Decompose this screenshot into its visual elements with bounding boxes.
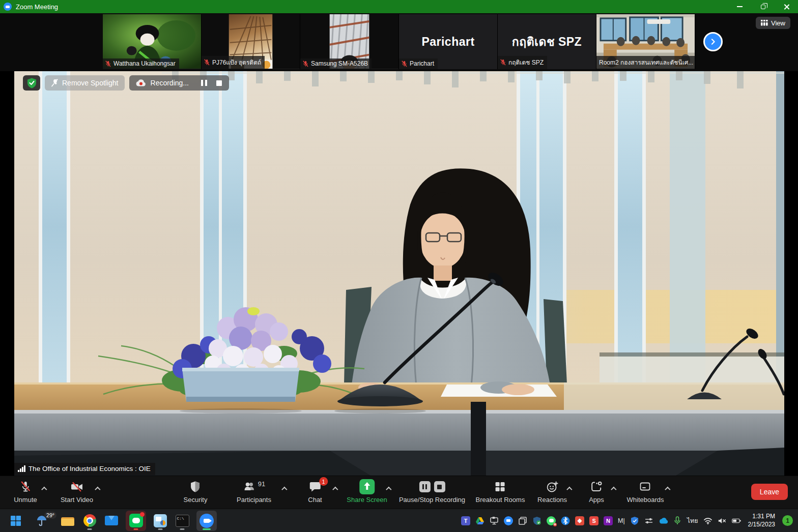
breakout-rooms-button[interactable]: Breakout Rooms [476, 480, 525, 504]
notification-dot [140, 512, 145, 517]
unmute-options-chevron[interactable] [41, 487, 46, 492]
chevron-right-icon [708, 37, 718, 47]
share-options-chevron[interactable] [385, 487, 390, 492]
participant-tile-kritidech[interactable]: กฤติเดช SPZ กฤติเดช SPZ [498, 14, 596, 69]
security-shield-icon [189, 480, 202, 493]
settings-sliders-tray-icon[interactable] [644, 516, 653, 525]
participant-name-label: กฤติเดช SPZ [498, 56, 547, 69]
reactions-options-chevron[interactable] [566, 487, 571, 492]
remote-display-tray-icon[interactable] [490, 516, 499, 525]
breakout-rooms-icon [494, 480, 507, 493]
participant-name-label: Parichart [399, 58, 438, 69]
snipping-app-icon[interactable] [153, 511, 168, 531]
weather-widget[interactable]: 29° [30, 511, 53, 531]
wifi-icon[interactable] [703, 516, 712, 525]
whiteboards-button[interactable]: Whiteboards [627, 480, 664, 504]
defender-tray-icon[interactable] [532, 516, 542, 525]
stacked-windows-tray-icon[interactable] [518, 516, 527, 525]
pause-recording-icon[interactable] [419, 481, 431, 492]
snagit-tray-icon[interactable]: S [589, 516, 598, 525]
muted-mic-icon [303, 61, 308, 67]
grid-view-icon [761, 20, 768, 26]
participant-tile-pj76[interactable]: PJ76แป้ง อุตรดิตถ์ [202, 14, 300, 69]
onedrive-tray-icon[interactable] [659, 516, 668, 525]
participants-options-chevron[interactable] [281, 487, 286, 492]
stop-recording-icon[interactable] [214, 78, 224, 88]
remove-spotlight-button[interactable]: Remove Spotlight [45, 75, 125, 91]
whiteboard-icon [639, 480, 652, 493]
terminal-icon[interactable]: C:\ [175, 511, 190, 531]
encryption-badge[interactable] [23, 75, 40, 91]
participant-tile-watthana[interactable]: Watthana Ukaihongsar [103, 14, 202, 69]
messenger-tray-icon[interactable]: M [547, 516, 556, 525]
share-screen-button[interactable]: Share Screen [347, 480, 387, 504]
shield-check-icon [27, 78, 37, 88]
restore-button[interactable] [751, 0, 775, 13]
red-app-tray-icon[interactable]: ◆ [575, 516, 584, 525]
volume-muted-icon[interactable] [718, 516, 727, 525]
window-title: Zoom Meeting [16, 3, 58, 11]
google-drive-tray-icon[interactable] [475, 516, 484, 525]
reactions-button[interactable]: Reactions [537, 480, 567, 504]
video-off-icon [70, 480, 84, 493]
date-label: 2/15/2023 [748, 521, 775, 529]
participant-name-label: Room2 กองสารสนเทศและดัชนีเศ... [596, 56, 695, 69]
video-options-chevron[interactable] [94, 487, 99, 492]
participants-icon [243, 480, 256, 493]
close-icon [783, 4, 790, 10]
pause-stop-recording-button[interactable]: Pause/Stop Recording [399, 480, 465, 504]
apps-button[interactable]: Apps [589, 480, 604, 504]
shield-tray-icon[interactable] [630, 516, 639, 525]
right-hand [502, 384, 534, 395]
zoom-tray-icon[interactable] [504, 516, 513, 525]
zoom-app-icon[interactable] [196, 511, 217, 531]
line-app-icon[interactable] [126, 511, 146, 531]
active-speaker-label: The Office of Industrial Economics : OIE [14, 463, 155, 475]
start-button[interactable] [8, 511, 23, 531]
gallery-strip: Watthana Ukaihongsar [0, 13, 798, 71]
file-explorer-icon[interactable] [60, 511, 75, 531]
battery-icon[interactable] [732, 516, 741, 525]
chat-options-chevron[interactable] [332, 487, 337, 492]
unmute-button[interactable]: Unmute [14, 480, 37, 504]
apps-icon [590, 480, 603, 493]
whiteboards-options-chevron[interactable] [664, 487, 669, 492]
start-video-button[interactable]: Start Video [61, 480, 93, 504]
temperature-label: 29° [44, 512, 56, 519]
zoom-logo-icon [4, 3, 12, 11]
chat-button[interactable]: 1 Chat [308, 480, 322, 504]
apps-options-chevron[interactable] [610, 487, 615, 492]
security-button[interactable]: Security [184, 480, 208, 504]
pin-icon [51, 79, 58, 87]
view-button[interactable]: View [756, 17, 790, 29]
participant-tile-parichart[interactable]: Parichart Parichart [399, 14, 498, 69]
mail-tray-icon[interactable]: M| [618, 516, 625, 525]
chrome-icon[interactable] [82, 511, 97, 531]
onenote-tray-icon[interactable]: N [604, 516, 613, 525]
notification-count-badge[interactable]: 1 [782, 515, 793, 526]
participant-tile-room2[interactable]: Room2 กองสารสนเทศและดัชนีเศ... [596, 14, 695, 69]
language-indicator[interactable]: ไทย [687, 516, 698, 525]
next-page-button[interactable] [703, 32, 723, 51]
participants-button[interactable]: 91 Participants [237, 480, 271, 504]
meeting-toolbar: Unmute Start Video Security [0, 476, 798, 509]
leave-button[interactable]: Leave [751, 484, 788, 500]
minimize-icon [737, 6, 743, 7]
teams-tray-icon[interactable]: T [461, 516, 470, 525]
minimize-button[interactable] [728, 0, 751, 13]
participant-tile-samsung[interactable]: Samsung SM-A526B [300, 14, 399, 69]
pause-recording-icon[interactable] [199, 78, 209, 88]
mail-icon[interactable] [104, 511, 119, 531]
spotlight-stage: Remove Spotlight Recording... The Office… [0, 71, 798, 476]
spotlight-video: Remove Spotlight Recording... The Office… [14, 71, 784, 476]
bluetooth-tray-icon[interactable] [561, 516, 570, 525]
microphone-tray-icon[interactable] [673, 516, 682, 525]
taskbar-clock[interactable]: 1:31 PM 2/15/2023 [748, 513, 775, 528]
chat-badge: 1 [319, 477, 328, 486]
muted-mic-icon [105, 61, 111, 67]
windows-taskbar: 29° C:\ T [0, 509, 798, 532]
participant-name-label: Watthana Ukaihongsar [103, 58, 179, 69]
close-button[interactable] [775, 0, 798, 13]
restore-icon [761, 5, 765, 9]
stop-recording-icon[interactable] [434, 481, 445, 492]
